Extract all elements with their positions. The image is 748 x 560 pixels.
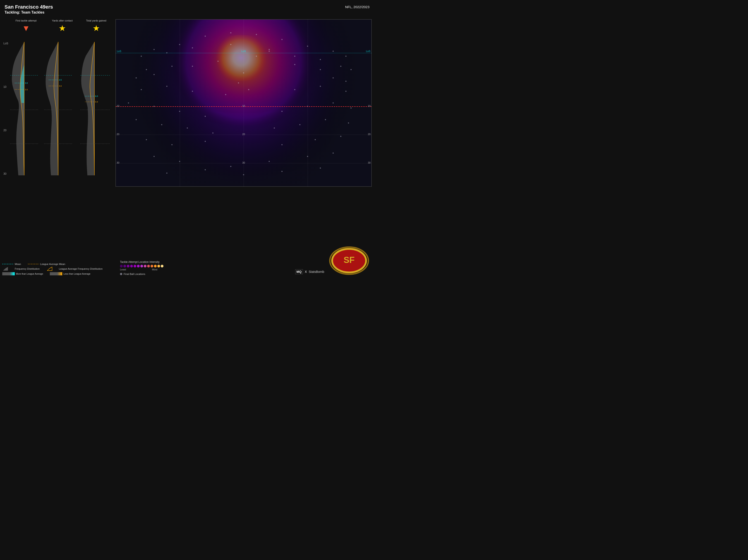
freq-dist-label: Frequency Distribution <box>15 267 40 270</box>
intensity-legend: Tackle Attempt Location Intensity Least … <box>120 261 163 275</box>
dist-svg-3: 6.0 6.6 <box>80 42 110 175</box>
dot-10 <box>150 265 153 267</box>
statsbomb-brand: StatsBomb <box>309 270 324 273</box>
intensity-title: Tackle Attempt Location Intensity <box>120 261 163 264</box>
intensity-dots-row <box>120 265 163 267</box>
dot-7 <box>140 265 143 267</box>
legend-more: More than League Average <box>2 272 43 275</box>
chart-col-1: 3.0 3.5 <box>10 42 39 175</box>
less-color-swatch <box>50 272 62 275</box>
col2-label: Yards after contact <box>48 19 77 22</box>
legend-league-freq: League Average Frequency Distribution <box>46 267 102 271</box>
legend-row-3: More than League Average Less than Leagu… <box>2 272 118 275</box>
subtitle: Tackling: Team Tackles <box>4 10 53 15</box>
arrow-down-icon: ▼ <box>11 24 41 32</box>
legend-row-2: Frequency Distribution League Average Fr… <box>2 267 118 271</box>
logo-svg: SF <box>329 246 370 275</box>
dot-2 <box>123 265 126 267</box>
mean-line-icon <box>2 263 14 265</box>
league-mean-label: League Average Mean <box>40 263 65 265</box>
star-icon-2: ★ <box>81 24 111 32</box>
col3-icon: ★ <box>81 24 111 32</box>
intensity-labels: Least Most <box>120 268 157 271</box>
svg-text:3.6: 3.6 <box>59 85 62 87</box>
y-axis: LoS 10 20 30 <box>3 42 8 175</box>
chart-col-2: 2.5 3.6 <box>44 42 72 175</box>
los-label-left: LoS <box>117 50 121 52</box>
grid-line-v3 <box>308 20 308 187</box>
svg-text:3.5: 3.5 <box>25 89 28 91</box>
y-label-10: 10 <box>3 85 8 89</box>
dot-4 <box>130 265 133 267</box>
svg-text:3.0: 3.0 <box>25 82 28 84</box>
more-color-swatch <box>2 272 15 275</box>
chart-col-3: 6.0 6.6 <box>80 42 110 175</box>
heatmap-y-20-center: 20 <box>242 133 245 136</box>
mean-label: Mean <box>15 263 21 265</box>
final-ball-label: Final Ball Locations <box>124 273 145 275</box>
mq-brand: MQ <box>295 269 303 274</box>
dot-13 <box>161 265 163 267</box>
header: San Francisco 49ers Tackling: Team Tackl… <box>4 4 53 15</box>
dot-11 <box>154 265 157 267</box>
final-ball-dot <box>120 273 122 275</box>
star-icon-1: ★ <box>48 24 77 32</box>
team-name: San Francisco 49ers <box>4 4 53 10</box>
col1-icon: ▼ <box>11 24 41 32</box>
col1-label: First tackle attempt <box>11 19 41 22</box>
col3-label: Total yards gained <box>81 19 111 22</box>
dot-3 <box>127 265 130 267</box>
svg-text:6.0: 6.0 <box>95 95 98 97</box>
heatmap-y-30-right: 30 <box>368 161 371 164</box>
column-labels: First tackle attempt Yards after contact… <box>7 19 115 22</box>
legend-league-mean: League Average Mean <box>28 263 65 265</box>
column-icons: ▼ ★ ★ <box>7 24 115 32</box>
more-than-avg-label: More than League Average <box>16 273 43 275</box>
svg-text:SF: SF <box>344 255 355 265</box>
league-freq-dist-icon <box>46 267 58 271</box>
final-ball-legend: Final Ball Locations <box>120 273 163 275</box>
league-freq-dist-label: League Average Frequency Distribution <box>59 267 102 270</box>
legend-less: Less than League Average <box>50 272 90 275</box>
most-label: Most <box>152 268 157 271</box>
league-mean-line-icon <box>28 263 39 265</box>
dot-8 <box>144 265 146 267</box>
legend-row-1: Mean League Average Mean <box>2 263 118 265</box>
dot-12 <box>157 265 160 267</box>
legend-freq: Frequency Distribution <box>2 267 40 271</box>
dist-svg-2: 2.5 3.6 <box>44 42 72 175</box>
heatmap-y-10-left: 10 <box>117 104 119 107</box>
svg-text:2.5: 2.5 <box>59 79 62 81</box>
dot-9 <box>147 265 150 267</box>
dot-6 <box>137 265 140 267</box>
heatmap-y-20-right: 20 <box>368 133 371 136</box>
left-panel: First tackle attempt Yards after contact… <box>2 19 115 187</box>
heatmap-panel: LoS LoS 10 20 30 10 20 30 10 20 30 LoS <box>115 19 372 187</box>
charts-container: LoS 10 20 30 <box>2 42 113 178</box>
y-label-los: LoS <box>3 42 8 45</box>
legend-mean: Mean <box>2 263 21 265</box>
dist-svg-1: 3.0 3.5 <box>10 42 39 175</box>
col2-icon: ★ <box>48 24 77 32</box>
page: San Francisco 49ers Tackling: Team Tackl… <box>0 0 374 280</box>
branding-area: MQ X StatsBomb <box>295 269 324 274</box>
svg-text:6.6: 6.6 <box>95 101 98 103</box>
heatmap-y-10-right: 10 <box>368 104 371 107</box>
heatmap-y-10-center: 10 <box>242 104 245 107</box>
x-separator: X <box>305 270 307 273</box>
heatmap-y-20-left: 20 <box>117 133 119 136</box>
legend-area: Mean League Average Mean Frequency Distr… <box>2 263 118 275</box>
dot-1 <box>120 265 123 267</box>
los-center: LoS <box>241 50 246 52</box>
heatmap-canvas: LoS LoS 10 20 30 10 20 30 10 20 30 LoS <box>116 20 372 187</box>
heatmap-y-30-center: 30 <box>242 161 245 164</box>
freq-dist-icon <box>2 267 14 271</box>
league-season: NFL, 2022/2023 <box>345 5 370 9</box>
y-label-30: 30 <box>3 172 8 175</box>
heatmap-y-30-left: 30 <box>117 161 119 164</box>
49ers-logo: SF <box>329 246 370 275</box>
y-label-20: 20 <box>3 129 8 132</box>
less-than-avg-label: Less than League Average <box>63 273 90 275</box>
los-label-right: LoS <box>366 50 370 52</box>
dot-5 <box>134 265 136 267</box>
